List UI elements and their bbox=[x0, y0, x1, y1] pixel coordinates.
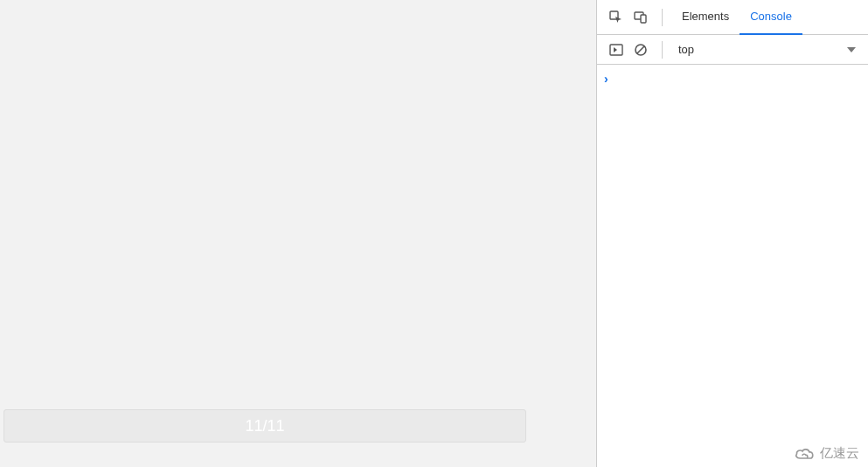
tab-elements[interactable]: Elements bbox=[671, 0, 740, 35]
console-body: › bbox=[597, 65, 868, 467]
watermark: 亿速云 bbox=[790, 443, 863, 464]
svg-line-5 bbox=[637, 46, 644, 53]
chevron-right-icon: › bbox=[604, 72, 608, 86]
sidebar-toggle-icon[interactable] bbox=[604, 38, 628, 62]
tab-label: Console bbox=[750, 10, 792, 23]
tab-console[interactable]: Console bbox=[740, 0, 802, 35]
chevron-down-icon bbox=[847, 47, 856, 52]
devtools-tab-bar: Elements Console bbox=[597, 0, 868, 35]
console-prompt-row[interactable]: › bbox=[604, 70, 861, 87]
watermark-text: 亿速云 bbox=[820, 445, 859, 462]
context-selector[interactable]: top bbox=[671, 43, 861, 56]
cloud-icon bbox=[794, 446, 816, 462]
page-indicator-bar: 11/11 bbox=[3, 409, 526, 443]
separator bbox=[662, 9, 663, 26]
console-toolbar: top bbox=[597, 35, 868, 65]
svg-rect-2 bbox=[641, 15, 646, 23]
clear-console-icon[interactable] bbox=[628, 38, 653, 62]
app-container: 11/11 Elements Console bbox=[0, 0, 868, 467]
inspect-element-icon[interactable] bbox=[604, 5, 628, 30]
device-toggle-icon[interactable] bbox=[628, 5, 653, 30]
devtools-panel: Elements Console top bbox=[597, 0, 868, 467]
separator bbox=[662, 41, 663, 59]
page-indicator-text: 11/11 bbox=[245, 417, 284, 436]
content-pane: 11/11 bbox=[0, 0, 597, 467]
context-label: top bbox=[678, 43, 694, 56]
tab-label: Elements bbox=[682, 10, 729, 23]
